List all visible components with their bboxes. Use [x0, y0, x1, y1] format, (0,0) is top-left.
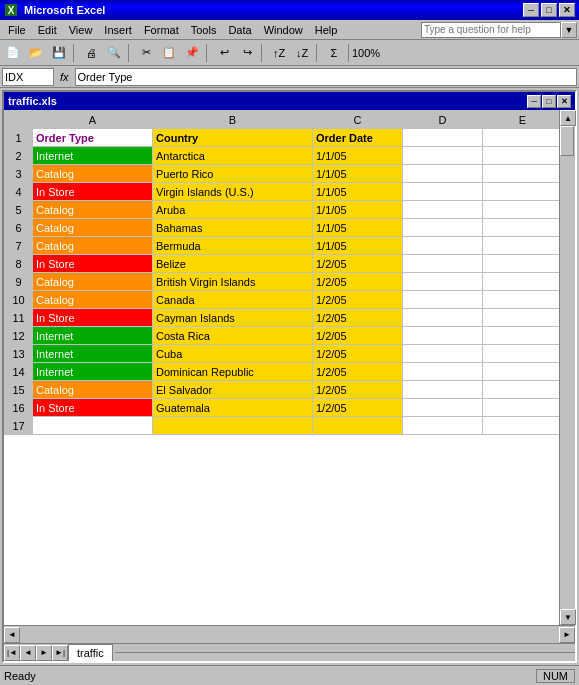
cell-C15[interactable]: 1/2/05: [313, 381, 403, 399]
col-header-E[interactable]: E: [483, 111, 560, 129]
cell-B12[interactable]: Costa Rica: [153, 327, 313, 345]
cell-D11[interactable]: [403, 309, 483, 327]
cell-E8[interactable]: [483, 255, 560, 273]
cell-A13[interactable]: Internet: [33, 345, 153, 363]
cell-C8[interactable]: 1/2/05: [313, 255, 403, 273]
cell-B7[interactable]: Bermuda: [153, 237, 313, 255]
tab-nav-last[interactable]: ►|: [52, 645, 68, 661]
col-header-D[interactable]: D: [403, 111, 483, 129]
cell-A10[interactable]: Catalog: [33, 291, 153, 309]
menu-view[interactable]: View: [63, 22, 99, 38]
scroll-left-button[interactable]: ◄: [4, 627, 20, 643]
copy-button[interactable]: 📋: [158, 42, 180, 64]
cell-C14[interactable]: 1/2/05: [313, 363, 403, 381]
tab-nav-first[interactable]: |◄: [4, 645, 20, 661]
col-header-A[interactable]: A: [33, 111, 153, 129]
cell-D16[interactable]: [403, 399, 483, 417]
cell-B3[interactable]: Puerto Rico: [153, 165, 313, 183]
cell-D8[interactable]: [403, 255, 483, 273]
undo-button[interactable]: ↩: [213, 42, 235, 64]
sort-desc-button[interactable]: ↓Z: [291, 42, 313, 64]
cell-E12[interactable]: [483, 327, 560, 345]
new-button[interactable]: 📄: [2, 42, 24, 64]
cell-D10[interactable]: [403, 291, 483, 309]
close-button[interactable]: ✕: [559, 3, 575, 17]
help-search-button[interactable]: ▼: [561, 22, 577, 38]
cell-E3[interactable]: [483, 165, 560, 183]
cell-B13[interactable]: Cuba: [153, 345, 313, 363]
menu-format[interactable]: Format: [138, 22, 185, 38]
cell-A15[interactable]: Catalog: [33, 381, 153, 399]
scroll-down-button[interactable]: ▼: [560, 609, 576, 625]
help-search-input[interactable]: [421, 22, 561, 38]
cell-B11[interactable]: Cayman Islands: [153, 309, 313, 327]
cell-B4[interactable]: Virgin Islands (U.S.): [153, 183, 313, 201]
cell-A4[interactable]: In Store: [33, 183, 153, 201]
cell-C16[interactable]: 1/2/05: [313, 399, 403, 417]
col-header-B[interactable]: B: [153, 111, 313, 129]
menu-help[interactable]: Help: [309, 22, 344, 38]
cell-D17[interactable]: [403, 417, 483, 435]
cell-D3[interactable]: [403, 165, 483, 183]
cell-C13[interactable]: 1/2/05: [313, 345, 403, 363]
scroll-up-button[interactable]: ▲: [560, 110, 576, 126]
cell-E2[interactable]: [483, 147, 560, 165]
cell-E1[interactable]: [483, 129, 560, 147]
cell-E4[interactable]: [483, 183, 560, 201]
cell-D7[interactable]: [403, 237, 483, 255]
cell-A16[interactable]: In Store: [33, 399, 153, 417]
menu-tools[interactable]: Tools: [185, 22, 223, 38]
horizontal-scrollbar[interactable]: ◄ ►: [4, 625, 575, 643]
cell-C9[interactable]: 1/2/05: [313, 273, 403, 291]
cell-D13[interactable]: [403, 345, 483, 363]
cell-C12[interactable]: 1/2/05: [313, 327, 403, 345]
workbook-maximize[interactable]: □: [542, 95, 556, 108]
save-button[interactable]: 💾: [48, 42, 70, 64]
cell-B14[interactable]: Dominican Republic: [153, 363, 313, 381]
menu-insert[interactable]: Insert: [98, 22, 138, 38]
cell-B17[interactable]: [153, 417, 313, 435]
cell-D2[interactable]: [403, 147, 483, 165]
print-preview-button[interactable]: 🔍: [103, 42, 125, 64]
cell-C3[interactable]: 1/1/05: [313, 165, 403, 183]
formula-input[interactable]: [75, 68, 577, 86]
name-box[interactable]: IDX: [2, 68, 54, 86]
redo-button[interactable]: ↪: [236, 42, 258, 64]
cell-A1[interactable]: Order Type: [33, 129, 153, 147]
cell-B16[interactable]: Guatemala: [153, 399, 313, 417]
cell-E10[interactable]: [483, 291, 560, 309]
cell-A11[interactable]: In Store: [33, 309, 153, 327]
tab-nav-prev[interactable]: ◄: [20, 645, 36, 661]
autosum-button[interactable]: Σ: [323, 42, 345, 64]
print-button[interactable]: 🖨: [80, 42, 102, 64]
cell-C4[interactable]: 1/1/05: [313, 183, 403, 201]
cell-D9[interactable]: [403, 273, 483, 291]
cell-B9[interactable]: British Virgin Islands: [153, 273, 313, 291]
cell-D5[interactable]: [403, 201, 483, 219]
cell-B15[interactable]: El Salvador: [153, 381, 313, 399]
cell-D6[interactable]: [403, 219, 483, 237]
cell-C7[interactable]: 1/1/05: [313, 237, 403, 255]
cell-B1[interactable]: Country: [153, 129, 313, 147]
cell-E6[interactable]: [483, 219, 560, 237]
cell-C17[interactable]: [313, 417, 403, 435]
cell-E17[interactable]: [483, 417, 560, 435]
cell-D4[interactable]: [403, 183, 483, 201]
minimize-button[interactable]: ─: [523, 3, 539, 17]
cell-C11[interactable]: 1/2/05: [313, 309, 403, 327]
cell-A8[interactable]: In Store: [33, 255, 153, 273]
cell-C1[interactable]: Order Date: [313, 129, 403, 147]
scroll-thumb[interactable]: [560, 126, 574, 156]
sheet-tab-traffic[interactable]: traffic: [68, 644, 113, 661]
cell-A17[interactable]: [33, 417, 153, 435]
cell-A5[interactable]: Catalog: [33, 201, 153, 219]
cell-B10[interactable]: Canada: [153, 291, 313, 309]
sort-asc-button[interactable]: ↑Z: [268, 42, 290, 64]
cell-B8[interactable]: Belize: [153, 255, 313, 273]
cell-E9[interactable]: [483, 273, 560, 291]
cell-E16[interactable]: [483, 399, 560, 417]
cell-C2[interactable]: 1/1/05: [313, 147, 403, 165]
cell-B6[interactable]: Bahamas: [153, 219, 313, 237]
open-button[interactable]: 📂: [25, 42, 47, 64]
col-header-C[interactable]: C: [313, 111, 403, 129]
